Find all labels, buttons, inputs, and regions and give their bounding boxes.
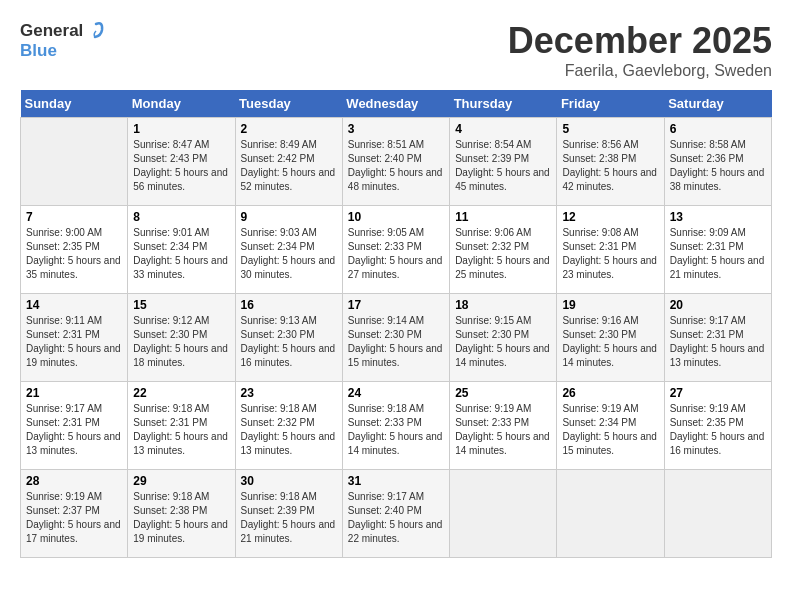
day-cell: 7Sunrise: 9:00 AMSunset: 2:35 PMDaylight… <box>21 206 128 294</box>
day-info: Sunrise: 9:19 AMSunset: 2:33 PMDaylight:… <box>455 402 551 458</box>
day-cell: 6Sunrise: 8:58 AMSunset: 2:36 PMDaylight… <box>664 118 771 206</box>
title-area: December 2025 Faerila, Gaevleborg, Swede… <box>508 20 772 80</box>
day-info: Sunrise: 9:16 AMSunset: 2:30 PMDaylight:… <box>562 314 658 370</box>
weekday-header-wednesday: Wednesday <box>342 90 449 118</box>
day-number: 13 <box>670 210 766 224</box>
day-number: 20 <box>670 298 766 312</box>
day-cell: 21Sunrise: 9:17 AMSunset: 2:31 PMDayligh… <box>21 382 128 470</box>
day-number: 28 <box>26 474 122 488</box>
week-row-2: 7Sunrise: 9:00 AMSunset: 2:35 PMDaylight… <box>21 206 772 294</box>
day-info: Sunrise: 9:00 AMSunset: 2:35 PMDaylight:… <box>26 226 122 282</box>
day-number: 9 <box>241 210 337 224</box>
day-cell: 19Sunrise: 9:16 AMSunset: 2:30 PMDayligh… <box>557 294 664 382</box>
day-number: 26 <box>562 386 658 400</box>
week-row-3: 14Sunrise: 9:11 AMSunset: 2:31 PMDayligh… <box>21 294 772 382</box>
day-info: Sunrise: 9:13 AMSunset: 2:30 PMDaylight:… <box>241 314 337 370</box>
day-cell: 9Sunrise: 9:03 AMSunset: 2:34 PMDaylight… <box>235 206 342 294</box>
day-number: 29 <box>133 474 229 488</box>
month-title: December 2025 <box>508 20 772 62</box>
day-number: 6 <box>670 122 766 136</box>
day-info: Sunrise: 9:14 AMSunset: 2:30 PMDaylight:… <box>348 314 444 370</box>
day-info: Sunrise: 9:09 AMSunset: 2:31 PMDaylight:… <box>670 226 766 282</box>
day-info: Sunrise: 9:08 AMSunset: 2:31 PMDaylight:… <box>562 226 658 282</box>
day-cell: 22Sunrise: 9:18 AMSunset: 2:31 PMDayligh… <box>128 382 235 470</box>
day-cell: 14Sunrise: 9:11 AMSunset: 2:31 PMDayligh… <box>21 294 128 382</box>
page-header: General Blue December 2025 Faerila, Gaev… <box>20 20 772 80</box>
weekday-header-tuesday: Tuesday <box>235 90 342 118</box>
day-info: Sunrise: 9:19 AMSunset: 2:37 PMDaylight:… <box>26 490 122 546</box>
day-info: Sunrise: 8:51 AMSunset: 2:40 PMDaylight:… <box>348 138 444 194</box>
day-info: Sunrise: 9:17 AMSunset: 2:31 PMDaylight:… <box>26 402 122 458</box>
day-info: Sunrise: 9:19 AMSunset: 2:35 PMDaylight:… <box>670 402 766 458</box>
day-info: Sunrise: 8:49 AMSunset: 2:42 PMDaylight:… <box>241 138 337 194</box>
day-number: 7 <box>26 210 122 224</box>
day-number: 25 <box>455 386 551 400</box>
day-cell: 30Sunrise: 9:18 AMSunset: 2:39 PMDayligh… <box>235 470 342 558</box>
day-number: 4 <box>455 122 551 136</box>
day-number: 27 <box>670 386 766 400</box>
day-number: 30 <box>241 474 337 488</box>
day-info: Sunrise: 9:17 AMSunset: 2:40 PMDaylight:… <box>348 490 444 546</box>
day-cell: 25Sunrise: 9:19 AMSunset: 2:33 PMDayligh… <box>450 382 557 470</box>
day-number: 21 <box>26 386 122 400</box>
day-number: 18 <box>455 298 551 312</box>
day-number: 15 <box>133 298 229 312</box>
day-number: 1 <box>133 122 229 136</box>
day-number: 24 <box>348 386 444 400</box>
day-cell: 2Sunrise: 8:49 AMSunset: 2:42 PMDaylight… <box>235 118 342 206</box>
logo-bird-icon <box>85 20 107 42</box>
location-title: Faerila, Gaevleborg, Sweden <box>508 62 772 80</box>
day-number: 17 <box>348 298 444 312</box>
day-info: Sunrise: 9:11 AMSunset: 2:31 PMDaylight:… <box>26 314 122 370</box>
day-info: Sunrise: 9:18 AMSunset: 2:33 PMDaylight:… <box>348 402 444 458</box>
day-cell: 4Sunrise: 8:54 AMSunset: 2:39 PMDaylight… <box>450 118 557 206</box>
weekday-header-row: SundayMondayTuesdayWednesdayThursdayFrid… <box>21 90 772 118</box>
weekday-header-sunday: Sunday <box>21 90 128 118</box>
weekday-header-thursday: Thursday <box>450 90 557 118</box>
day-number: 31 <box>348 474 444 488</box>
logo-blue-text: Blue <box>20 42 57 61</box>
day-info: Sunrise: 9:03 AMSunset: 2:34 PMDaylight:… <box>241 226 337 282</box>
day-info: Sunrise: 9:12 AMSunset: 2:30 PMDaylight:… <box>133 314 229 370</box>
day-cell <box>664 470 771 558</box>
day-number: 10 <box>348 210 444 224</box>
week-row-1: 1Sunrise: 8:47 AMSunset: 2:43 PMDaylight… <box>21 118 772 206</box>
day-info: Sunrise: 8:56 AMSunset: 2:38 PMDaylight:… <box>562 138 658 194</box>
week-row-5: 28Sunrise: 9:19 AMSunset: 2:37 PMDayligh… <box>21 470 772 558</box>
day-cell: 29Sunrise: 9:18 AMSunset: 2:38 PMDayligh… <box>128 470 235 558</box>
day-cell: 17Sunrise: 9:14 AMSunset: 2:30 PMDayligh… <box>342 294 449 382</box>
day-cell: 28Sunrise: 9:19 AMSunset: 2:37 PMDayligh… <box>21 470 128 558</box>
day-number: 5 <box>562 122 658 136</box>
day-cell: 1Sunrise: 8:47 AMSunset: 2:43 PMDaylight… <box>128 118 235 206</box>
day-info: Sunrise: 9:18 AMSunset: 2:38 PMDaylight:… <box>133 490 229 546</box>
day-info: Sunrise: 9:18 AMSunset: 2:31 PMDaylight:… <box>133 402 229 458</box>
weekday-header-friday: Friday <box>557 90 664 118</box>
logo-graphic: General Blue <box>20 20 107 61</box>
day-info: Sunrise: 8:58 AMSunset: 2:36 PMDaylight:… <box>670 138 766 194</box>
day-info: Sunrise: 9:06 AMSunset: 2:32 PMDaylight:… <box>455 226 551 282</box>
week-row-4: 21Sunrise: 9:17 AMSunset: 2:31 PMDayligh… <box>21 382 772 470</box>
day-number: 3 <box>348 122 444 136</box>
day-number: 11 <box>455 210 551 224</box>
day-info: Sunrise: 9:15 AMSunset: 2:30 PMDaylight:… <box>455 314 551 370</box>
day-number: 19 <box>562 298 658 312</box>
day-number: 8 <box>133 210 229 224</box>
day-number: 12 <box>562 210 658 224</box>
day-number: 23 <box>241 386 337 400</box>
day-cell: 3Sunrise: 8:51 AMSunset: 2:40 PMDaylight… <box>342 118 449 206</box>
day-cell: 13Sunrise: 9:09 AMSunset: 2:31 PMDayligh… <box>664 206 771 294</box>
day-cell: 8Sunrise: 9:01 AMSunset: 2:34 PMDaylight… <box>128 206 235 294</box>
day-cell: 10Sunrise: 9:05 AMSunset: 2:33 PMDayligh… <box>342 206 449 294</box>
day-cell <box>450 470 557 558</box>
day-cell: 16Sunrise: 9:13 AMSunset: 2:30 PMDayligh… <box>235 294 342 382</box>
day-info: Sunrise: 9:17 AMSunset: 2:31 PMDaylight:… <box>670 314 766 370</box>
day-cell: 15Sunrise: 9:12 AMSunset: 2:30 PMDayligh… <box>128 294 235 382</box>
day-info: Sunrise: 9:18 AMSunset: 2:39 PMDaylight:… <box>241 490 337 546</box>
day-cell: 24Sunrise: 9:18 AMSunset: 2:33 PMDayligh… <box>342 382 449 470</box>
day-cell: 20Sunrise: 9:17 AMSunset: 2:31 PMDayligh… <box>664 294 771 382</box>
day-info: Sunrise: 9:18 AMSunset: 2:32 PMDaylight:… <box>241 402 337 458</box>
day-info: Sunrise: 9:19 AMSunset: 2:34 PMDaylight:… <box>562 402 658 458</box>
day-cell <box>21 118 128 206</box>
day-cell: 12Sunrise: 9:08 AMSunset: 2:31 PMDayligh… <box>557 206 664 294</box>
calendar-table: SundayMondayTuesdayWednesdayThursdayFrid… <box>20 90 772 558</box>
